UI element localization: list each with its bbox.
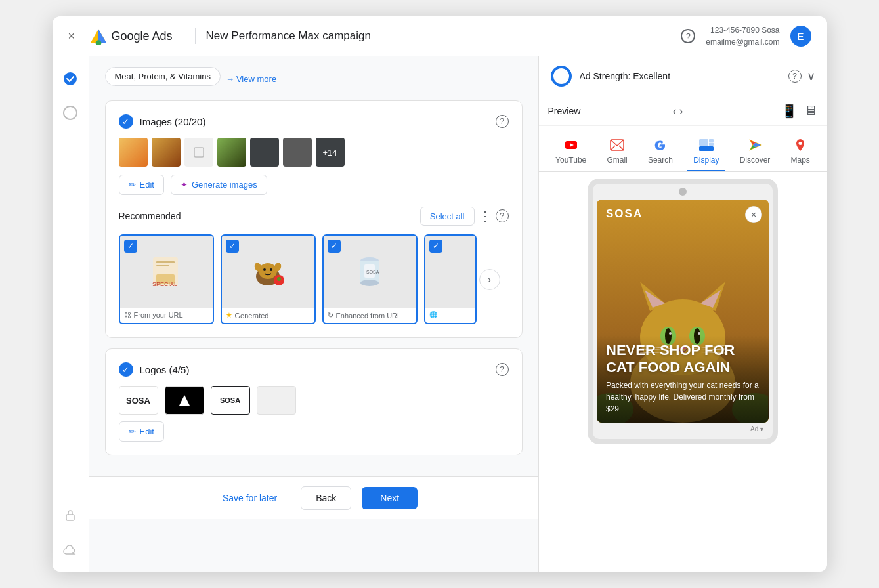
svg-rect-9 (156, 265, 169, 266)
check-badge-2: ✓ (226, 240, 239, 253)
ad-headline: NEVER SHOP FOR CAT FOOD AGAIN (606, 342, 760, 375)
logos-row: SOSA SOSA (119, 386, 509, 415)
recommended-header: Recommended Select all ⋮ ? (119, 205, 509, 226)
svg-point-4 (64, 106, 77, 119)
logo-4-empty[interactable] (257, 386, 296, 415)
logos-section-card: ✓ Logos (4/5) ? SOSA SOSA (105, 348, 523, 455)
logos-section-title: Logos (4/5) (140, 364, 496, 375)
preview-next-arrow[interactable]: › (679, 104, 683, 118)
svg-rect-6 (194, 148, 204, 157)
image-card-4[interactable]: ✓ 🌐 (424, 234, 477, 324)
image-card-1[interactable]: ✓ SPECIAL (119, 234, 214, 324)
refresh-icon: ↻ (328, 311, 333, 320)
svg-line-30 (611, 146, 615, 150)
svg-point-3 (64, 72, 77, 85)
close-button[interactable]: × (68, 30, 80, 42)
ad-strength-chevron-icon[interactable]: ∨ (807, 69, 815, 83)
logos-check-icon: ✓ (119, 362, 133, 377)
images-check-icon: ✓ (119, 114, 133, 129)
help-button[interactable]: ? (681, 29, 695, 43)
image-card-3[interactable]: ✓ SOSA (322, 234, 418, 324)
tab-discover[interactable]: Discover (733, 133, 777, 171)
tab-display[interactable]: Display (687, 133, 725, 171)
tab-gmail[interactable]: Gmail (600, 133, 633, 171)
check-badge-4: ✓ (429, 240, 442, 253)
edit-button[interactable]: ✏ Edit (119, 175, 164, 195)
thumbnail-4[interactable] (217, 138, 246, 167)
logo-2[interactable] (165, 386, 204, 415)
image-4-label: 🌐 (425, 308, 475, 322)
svg-point-14 (263, 268, 266, 271)
recommended-label: Recommended (119, 211, 420, 221)
youtube-icon (563, 136, 580, 154)
logo-3[interactable]: SOSA (211, 386, 250, 415)
preview-label: Preview (548, 106, 581, 116)
ad-close-button[interactable]: × (745, 206, 762, 223)
tab-search[interactable]: G G Search (641, 133, 679, 171)
discover-icon (746, 136, 763, 154)
grid-next-arrow[interactable]: › (479, 269, 500, 290)
image-card-2[interactable]: ✓ (221, 234, 316, 324)
ad-text-overlay: NEVER SHOP FOR CAT FOOD AGAIN Packed wit… (597, 335, 769, 423)
thumbnail-2[interactable] (152, 138, 181, 167)
search-icon: G G (652, 136, 669, 154)
logo-1[interactable]: SOSA (119, 386, 158, 415)
svg-point-22 (360, 280, 379, 286)
image-action-buttons: ✏ Edit ✦ Generate images (119, 175, 509, 195)
next-button[interactable]: Next (362, 487, 418, 509)
images-section-title: Images (20/20) (140, 116, 496, 127)
preview-prev-arrow[interactable]: ‹ (672, 104, 676, 118)
category-tag: Meat, Protein, & Vitamins (105, 67, 221, 86)
mobile-device-icon[interactable]: 📱 (781, 103, 798, 119)
save-for-later-button[interactable]: Save for later (209, 487, 290, 509)
ad-strength-help-button[interactable]: ? (788, 70, 802, 83)
ad-badge: Ad ▾ (750, 425, 763, 432)
avatar[interactable]: E (790, 26, 811, 47)
ad-device-frame: × SOSA NEVER SHOP FOR CAT FOOD AGAIN Pac… (588, 178, 778, 565)
back-button[interactable]: Back (301, 486, 351, 510)
generate-images-button[interactable]: ✦ Generate images (171, 175, 267, 195)
thumbnail-3[interactable] (184, 138, 213, 167)
thumbnail-6[interactable] (283, 138, 312, 167)
cat-tomato-illustration (245, 249, 291, 295)
logos-edit-button[interactable]: ✏ Edit (119, 421, 164, 442)
logos-help-button[interactable]: ? (496, 363, 509, 376)
select-all-button[interactable]: Select all (420, 207, 475, 226)
sidebar-step-2-icon (61, 104, 79, 122)
image-2-label: ★ Generated (222, 308, 314, 323)
images-section-card: ✓ Images (20/20) ? +14 (105, 100, 523, 338)
tab-maps[interactable]: Maps (784, 133, 817, 171)
svg-point-15 (270, 268, 272, 271)
edit-pencil-icon: ✏ (129, 180, 136, 190)
svg-text:SOSA: SOSA (366, 270, 379, 274)
logos-edit-pencil-icon: ✏ (129, 427, 136, 436)
preview-nav-bar: Preview ‹ › 📱 🖥 (539, 96, 827, 126)
image-1-label: ⛓ From your URL (120, 308, 213, 322)
thumbnail-1[interactable] (119, 138, 148, 167)
thumbnail-5[interactable] (250, 138, 279, 167)
cylinder-illustration: SOSA (350, 249, 389, 295)
svg-point-42 (799, 142, 802, 145)
ad-body: Packed with everything your cat needs fo… (606, 379, 760, 415)
globe-icon: 🌐 (429, 311, 437, 318)
more-menu-button[interactable]: ⋮ (475, 205, 496, 226)
notebook-illustration: SPECIAL (146, 252, 186, 291)
view-more-link[interactable]: → View more (226, 74, 276, 84)
svg-point-19 (277, 277, 281, 281)
svg-point-13 (259, 263, 277, 279)
images-help-button[interactable]: ? (496, 115, 509, 128)
lock-icon (61, 506, 79, 524)
svg-rect-35 (699, 139, 708, 146)
sidebar (53, 56, 89, 572)
desktop-device-icon[interactable]: 🖥 (804, 103, 817, 119)
thumbnails-more[interactable]: +14 (316, 138, 345, 167)
app-window: × Google Ads New Performance Max campaig… (53, 16, 827, 572)
tab-youtube[interactable]: YouTube (549, 133, 593, 171)
cloud-icon (61, 540, 79, 558)
topbar: × Google Ads New Performance Max campaig… (53, 16, 827, 56)
app-logo: Google Ads (89, 27, 173, 45)
ad-brand-label: SOSA (606, 207, 643, 220)
device-notch (679, 188, 687, 196)
app-name-label: Google Ads (112, 30, 173, 43)
recommended-help-button[interactable]: ? (496, 209, 509, 222)
